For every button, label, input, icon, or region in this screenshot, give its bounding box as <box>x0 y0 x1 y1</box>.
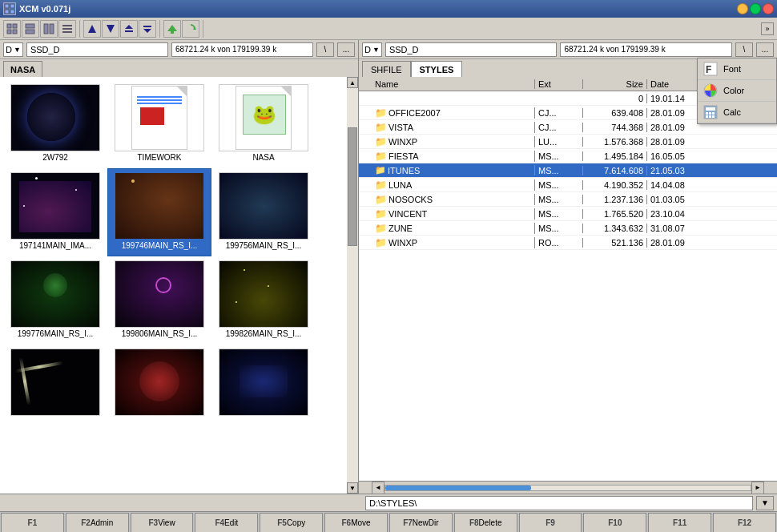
row-date: 28.01.09 <box>647 108 703 118</box>
right-drive-path: SSD_D <box>385 42 558 57</box>
right-drive-bar: D ▼ SSD_D 68721.24 k von 179199.39 k \ .… <box>359 40 777 59</box>
sort-up2-icon[interactable] <box>120 20 138 38</box>
scroll-right-btn[interactable]: ► <box>751 482 764 494</box>
path-arrow-btn[interactable]: ▼ <box>756 496 774 510</box>
svg-marker-17 <box>125 25 133 29</box>
left-drive-btn1[interactable]: \ <box>316 42 334 57</box>
table-row[interactable]: 📁VINCENT MS... 1.765.520 23.10.04 <box>359 207 777 221</box>
list-item[interactable]: 199776MAIN_RS_I... <box>3 256 107 345</box>
table-row[interactable]: 📁LUNA MS... 4.190.352 14.04.08 <box>359 178 777 192</box>
scroll-up-btn[interactable]: ▲ <box>347 77 358 88</box>
toolbar-expand[interactable]: » <box>761 22 774 35</box>
fkey-f4[interactable]: F4 Edit <box>195 513 258 533</box>
right-drive-select[interactable]: D ▼ <box>362 42 382 57</box>
left-drive-btn2[interactable]: ... <box>337 42 355 57</box>
fkey-f10[interactable]: F10 <box>583 513 646 533</box>
fkey-f6[interactable]: F6 Move <box>324 513 388 533</box>
scroll-track <box>347 88 358 482</box>
nav-up-icon[interactable] <box>163 20 181 38</box>
col-header-size[interactable]: Size <box>583 79 647 89</box>
list-item[interactable]: 🐸 NASA <box>211 80 316 168</box>
window-title: XCM v0.071j <box>19 4 70 14</box>
sort-down2-icon[interactable] <box>139 20 156 38</box>
view-list-icon[interactable] <box>58 20 76 38</box>
fkey-f3[interactable]: F3 View <box>131 513 194 533</box>
list-item[interactable]: 197141MAIN_IMA... <box>3 168 107 256</box>
col-header-name[interactable]: Name <box>359 79 535 89</box>
fkey-f7[interactable]: F7 NewDir <box>389 513 453 533</box>
calc-icon <box>703 104 719 120</box>
fkey-f8[interactable]: F8 Delete <box>454 513 517 533</box>
list-item[interactable] <box>107 345 211 433</box>
fkey-f1[interactable]: F1 <box>1 513 64 533</box>
col-header-date[interactable]: Date <box>647 79 703 89</box>
view-small-icon[interactable] <box>3 20 21 38</box>
view-medium-icon[interactable] <box>22 20 39 38</box>
folder-icon: 📁 <box>375 107 387 119</box>
left-tab-bar: NASA <box>0 59 358 77</box>
row-name: 📁OFFICE2007 <box>359 107 535 119</box>
row-date: 16.05.05 <box>647 151 703 161</box>
fkey-f5[interactable]: F5 Copy <box>260 513 323 533</box>
fkey-f11[interactable]: F11 <box>648 513 711 533</box>
sort-down-icon[interactable] <box>102 20 119 38</box>
table-row[interactable]: 📁NOSOCKS MS... 1.237.136 01.03.05 <box>359 192 777 207</box>
svg-rect-31 <box>712 112 715 115</box>
maximize-button[interactable] <box>750 3 761 14</box>
view-large-icon[interactable] <box>40 20 58 38</box>
row-ext: MS... <box>535 151 583 161</box>
context-item-font[interactable]: F Font <box>698 58 776 80</box>
svg-rect-33 <box>709 115 711 118</box>
close-button[interactable] <box>763 3 774 14</box>
right-h-scrollbar: ◄ ► <box>359 481 777 494</box>
list-item[interactable] <box>3 345 107 433</box>
table-row[interactable]: 📁WINXP RO... 521.136 28.01.09 <box>359 236 777 250</box>
svg-rect-4 <box>7 24 11 28</box>
row-size: 744.368 <box>583 123 647 132</box>
svg-rect-12 <box>62 25 72 26</box>
svg-rect-22 <box>171 31 174 34</box>
col-header-ext[interactable]: Ext <box>535 79 583 89</box>
svg-rect-29 <box>706 112 708 115</box>
table-row[interactable]: 📁ITUNES MS... 7.614.608 21.05.03 <box>359 163 777 178</box>
context-item-calc[interactable]: Calc <box>698 102 776 123</box>
tab-shfile[interactable]: SHFILE <box>362 61 411 77</box>
svg-rect-10 <box>44 24 48 34</box>
sort-up-icon[interactable] <box>83 20 101 38</box>
svg-rect-2 <box>5 10 9 14</box>
row-date: 21.05.03 <box>647 166 703 175</box>
left-drive-select[interactable]: D ▼ <box>3 42 23 57</box>
scroll-thumb[interactable] <box>348 127 357 246</box>
svg-rect-5 <box>13 24 17 28</box>
fkey-f2[interactable]: F2 Admin <box>66 513 129 533</box>
list-item[interactable]: 199746MAIN_RS_I... <box>107 168 211 256</box>
fkey-f12[interactable]: F12 <box>713 513 776 533</box>
right-drive-btn2[interactable]: ... <box>756 42 774 57</box>
svg-rect-0 <box>5 4 9 8</box>
row-name: 📁ITUNES <box>359 165 535 175</box>
list-item[interactable]: 199756MAIN_RS_I... <box>211 168 316 256</box>
svg-rect-20 <box>143 26 151 27</box>
list-item[interactable]: 199806MAIN_RS_I... <box>107 256 211 345</box>
scroll-left-btn[interactable]: ◄ <box>372 482 384 494</box>
folder-icon: 📁 <box>375 165 386 175</box>
table-row[interactable]: 📁FIESTA MS... 1.495.184 16.05.05 <box>359 149 777 163</box>
list-item[interactable]: A TIMEWORK <box>107 80 211 168</box>
row-size: 0 <box>583 94 647 103</box>
list-item[interactable]: 2W792 <box>3 80 107 168</box>
scroll-down-btn[interactable]: ▼ <box>347 482 358 494</box>
tab-styles[interactable]: STYLES <box>411 61 463 77</box>
nav-reload-icon[interactable] <box>182 20 199 38</box>
tab-nasa[interactable]: NASA <box>3 61 42 77</box>
table-row[interactable]: 📁WINXP LU... 1.576.368 28.01.09 <box>359 135 777 149</box>
right-drive-btn1[interactable]: \ <box>735 42 753 57</box>
list-item[interactable]: 199826MAIN_RS_I... <box>211 256 316 345</box>
h-scroll-thumb[interactable] <box>385 486 531 490</box>
fkey-f9[interactable]: F9 <box>519 513 582 533</box>
list-item[interactable] <box>211 345 316 433</box>
right-path-input[interactable]: D:\STYLES\ <box>365 496 753 510</box>
file-grid-container: 2W792 A <box>0 77 358 494</box>
context-item-color[interactable]: Color <box>698 80 776 102</box>
minimize-button[interactable] <box>737 3 748 14</box>
table-row[interactable]: 📁ZUNE MS... 1.343.632 31.08.07 <box>359 221 777 236</box>
